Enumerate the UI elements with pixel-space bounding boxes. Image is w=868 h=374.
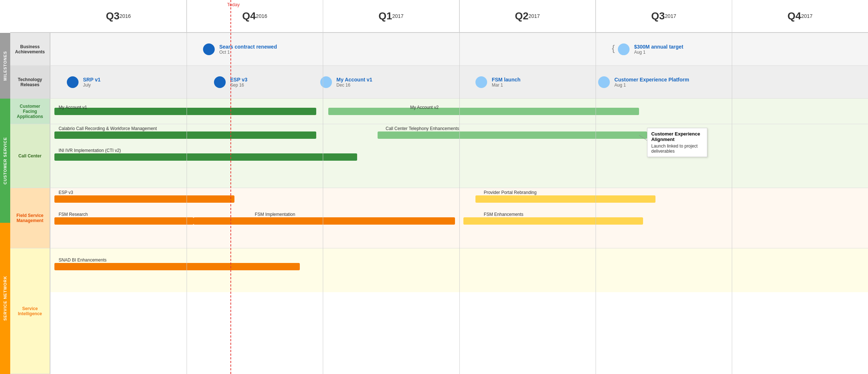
- bar-fsm-research-label: FSM Research: [58, 212, 88, 217]
- sears-date: Oct 1: [219, 50, 277, 55]
- annual-target-dot: [618, 43, 630, 55]
- bar-calabrio: [54, 131, 316, 139]
- esp-date: Sep 16: [230, 83, 247, 88]
- fsm-date: Mar 1: [492, 83, 521, 88]
- bar-esp-v3: [54, 195, 234, 203]
- bar-fsm-enhance: [463, 217, 643, 225]
- annual-target-label: $300M annual target: [634, 44, 683, 50]
- today-label: Today: [227, 2, 240, 7]
- cep-date: Aug 1: [615, 83, 689, 88]
- bar-myaccount-v2: [328, 108, 639, 115]
- fsm-dot: [475, 76, 487, 88]
- main-container: Milestones Customer Service Service Netw…: [0, 0, 868, 374]
- esp-label: ESP v3: [230, 77, 247, 83]
- esp-dot: [214, 76, 226, 88]
- chart-area: Today Q32016 Q42016 Q12017 Q22017 Q32017…: [50, 0, 868, 374]
- bracket-icon: {: [612, 43, 615, 53]
- srp-label: SRP v1: [83, 77, 100, 83]
- bar-calabrio-label: Calabrio Call Recording & Workforce Mana…: [58, 126, 157, 131]
- bar-myaccount-v2-label: My Account v2: [410, 105, 439, 110]
- label-field-service: Field Service Management: [10, 188, 50, 248]
- bar-fsm-impl: [194, 217, 455, 225]
- bar-telephony: [378, 131, 647, 139]
- tooltip-box: Customer Experience Alignment Launch lin…: [647, 128, 707, 157]
- row-business-achievements: Sears contract renewed Oct 1 { $300M ann…: [50, 33, 868, 66]
- myaccount-dot: [320, 76, 332, 88]
- row-technology-releases: SRP v1 July ESP v3 Sep 16 My Acc: [50, 66, 868, 99]
- quarter-q1-2017: Q12017: [323, 0, 459, 32]
- service-network-side-label: Service Network: [0, 223, 10, 374]
- bar-fsm-research: [54, 217, 194, 225]
- sears-label: Sears contract renewed: [219, 44, 277, 50]
- row-group-labels: Business Achievements Technology Release…: [10, 0, 50, 374]
- label-business-achievements: Business Achievements: [10, 33, 50, 66]
- bar-snad-bi: [54, 263, 300, 270]
- row-field-service: ESP v3 Provider Portal Rebranding FSM Re…: [50, 188, 868, 248]
- myaccount-label: My Account v1: [336, 77, 372, 83]
- tooltip-title: Customer Experience Alignment: [651, 131, 703, 142]
- tooltip-body: Launch linked to project deliverables: [651, 144, 703, 154]
- quarter-q4-2017: Q42017: [732, 0, 868, 32]
- label-call-center: Call Center: [10, 124, 50, 188]
- quarter-headers: Today Q32016 Q42016 Q12017 Q22017 Q32017…: [50, 0, 868, 33]
- bar-esp-v3-label: ESP v3: [58, 190, 73, 195]
- bar-provider-portal: [475, 195, 655, 203]
- label-technology-releases: Technology Releases: [10, 66, 50, 99]
- row-service-intelligence: SNAD BI Enhancements: [50, 248, 868, 292]
- bar-fsm-impl-label: FSM Implementation: [255, 212, 295, 217]
- bar-fsm-enhance-label: FSM Enhancements: [484, 212, 524, 217]
- bar-myaccount-v1: [54, 108, 316, 115]
- side-labels: Milestones Customer Service Service Netw…: [0, 0, 10, 374]
- row-call-center: Calabrio Call Recording & Workforce Mana…: [50, 124, 868, 188]
- srp-dot: [67, 76, 79, 88]
- quarter-q3-2016: Q32016: [50, 0, 187, 32]
- row-customer-facing: My Account v1 My Account v2: [50, 99, 868, 124]
- fsm-label: FSM launch: [492, 77, 521, 83]
- quarter-q3-2017: Q32017: [596, 0, 732, 32]
- cep-dot: [598, 76, 610, 88]
- label-service-intelligence: Service Intelligence: [10, 248, 50, 374]
- bar-ini-ivr: [54, 153, 357, 161]
- quarter-q2-2017: Q22017: [459, 0, 596, 32]
- bar-myaccount-v1-label: My Account v1: [58, 105, 87, 110]
- quarter-q4-2016: Q42016: [187, 0, 323, 32]
- myaccount-date: Dec 16: [336, 83, 372, 88]
- customer-service-side-label: Customer Service: [0, 99, 10, 223]
- sears-milestone-dot: [203, 43, 215, 55]
- label-customer-facing: Customer Facing Applications: [10, 99, 50, 124]
- annual-target-date: Aug 1: [634, 50, 683, 55]
- milestones-side-label: Milestones: [0, 33, 10, 99]
- bar-provider-portal-label: Provider Portal Rebranding: [484, 190, 537, 195]
- cep-label: Customer Experience Platform: [615, 77, 689, 83]
- bar-ini-ivr-label: INI IVR Implementation (CTI v2): [58, 148, 121, 153]
- srp-date: July: [83, 83, 100, 88]
- bar-telephony-label: Call Center Telephony Enhancements: [386, 126, 459, 131]
- bar-snad-bi-label: SNAD BI Enhancements: [58, 257, 106, 263]
